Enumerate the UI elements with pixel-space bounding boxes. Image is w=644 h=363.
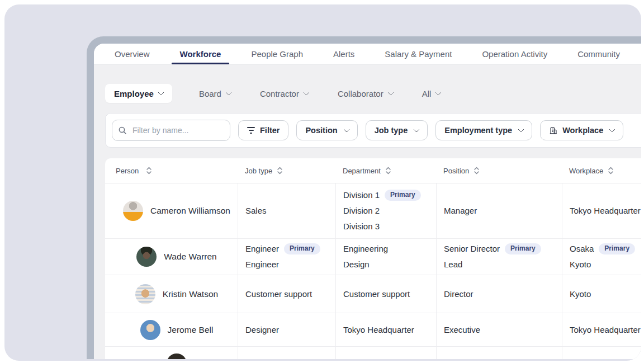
name-search-box[interactable] [112,120,230,141]
avatar [167,353,187,359]
type-tab-label: Contractor [260,89,299,98]
job-type-cell: EngineerPrimary Engineer [238,239,335,275]
type-tab-contractor[interactable]: Contractor [258,84,311,103]
person-cell: Wade Warren [105,239,238,275]
type-tab-all[interactable]: All [420,84,443,103]
search-icon [118,126,127,135]
tab-alerts[interactable]: Alerts [319,44,368,64]
person-name: Cameron Williamson [150,203,230,219]
filter-button[interactable]: Filter [238,120,288,140]
cell-value: Sales [245,203,267,219]
cell-value: Engineer [245,257,279,272]
avatar [135,284,155,304]
table-row[interactable] [105,347,641,359]
workplace-cell: OsakaPrimary Kyoto [562,239,641,275]
cell-value: Tokyo Headquarter [570,322,641,338]
column-header-workplace[interactable]: Workplace [562,167,641,175]
table-row[interactable]: Wade Warren EngineerPrimary Engineer Eng… [105,239,641,275]
tab-label: Operation Activity [482,49,547,59]
chevron-down-icon [387,89,394,95]
building-icon [549,126,557,135]
tab-workforce[interactable]: Workforce [166,44,235,64]
tab-label: Community [577,49,620,59]
type-tab-collaborator[interactable]: Collaborator [335,84,395,103]
person-name: Kristin Watson [163,286,218,302]
type-tab-label: Employee [114,89,154,98]
tab-overview[interactable]: Overview [101,44,164,64]
chevron-down-icon [518,126,524,132]
app-window-content: Overview Workforce People Graph Alerts S… [94,44,641,359]
position-cell: Director [436,275,562,313]
tab-community[interactable]: Community [564,44,634,64]
tab-label: Salary & Payment [385,49,452,59]
workplace-dropdown[interactable]: Workplace [540,120,623,140]
chevron-down-icon [303,89,309,95]
job-type-cell: Customer support [238,275,335,313]
position-dropdown[interactable]: Position [296,120,357,140]
column-header-label: Workplace [569,167,603,175]
cell-value: Director [444,286,473,302]
tab-operation-activity[interactable]: Operation Activity [468,44,561,64]
column-header-position[interactable]: Position [436,167,562,175]
column-header-job-type[interactable]: Job type [238,167,335,175]
department-cell [335,347,436,359]
type-tab-label: All [422,89,432,98]
tab-people-graph[interactable]: People Graph [237,44,317,64]
column-header-department[interactable]: Department [335,167,436,175]
sort-icon [473,167,480,175]
department-cell: Division 1Primary Division 2 Division 3 [335,183,436,238]
cell-value: Designer [245,322,279,338]
position-cell: Executive [436,313,562,346]
cell-value: Osaka [570,241,594,257]
tab-label: People Graph [251,49,303,59]
workplace-cell [562,347,641,359]
job-type-cell: Sales [238,183,335,238]
table-header-row: Person Job type Department Position [105,158,641,183]
person-cell: Jerome Bell [105,313,238,346]
page-background: Overview Workforce People Graph Alerts S… [4,4,641,361]
table-row[interactable]: Cameron Williamson Sales Division 1Prima… [105,183,641,239]
person-cell: Kristin Watson [105,275,238,313]
column-header-label: Person [116,167,139,175]
tab-salary-payment[interactable]: Salary & Payment [371,44,466,64]
cell-value: Division 2 [343,203,380,219]
type-tab-label: Board [199,89,221,98]
workforce-page: Employee Board Contractor Collaborator A… [94,65,641,359]
department-cell: Engineering Design [335,239,436,275]
avatar [123,201,143,221]
cell-value: Division 3 [343,219,380,234]
avatar [136,247,157,267]
sort-icon [385,167,391,175]
primary-badge: Primary [599,243,635,254]
type-tab-board[interactable]: Board [197,84,233,103]
person-cell: Cameron Williamson [105,183,238,238]
job-type-cell [238,347,335,359]
employment-type-dropdown[interactable]: Employment type [435,120,532,140]
employment-type-dropdown-label: Employment type [444,126,512,135]
position-cell: Manager [436,183,562,238]
search-input[interactable] [131,125,224,135]
position-cell [436,347,562,359]
job-type-dropdown[interactable]: Job type [366,120,428,140]
type-tab-employee[interactable]: Employee [105,84,172,103]
table-row[interactable]: Kristin Watson Customer support Customer… [105,275,641,313]
tab-label: Workforce [180,49,221,59]
position-dropdown-label: Position [305,126,337,135]
filter-lines-icon [247,127,255,133]
table-row[interactable]: Jerome Bell Designer Tokyo Headquarter E… [105,313,641,347]
cell-value: Engineering [343,241,388,257]
workplace-cell: Tokyo Headquarter [562,183,641,238]
cell-value: Division 1 [343,187,380,203]
cell-value: Customer support [343,286,410,302]
cell-value: Senior Director [444,241,500,257]
column-header-person[interactable]: Person [105,167,238,175]
column-header-label: Position [443,167,469,175]
main-tab-bar: Overview Workforce People Graph Alerts S… [94,44,641,65]
workplace-dropdown-label: Workplace [562,126,603,135]
type-tab-label: Collaborator [338,89,383,98]
primary-badge: Primary [385,190,421,201]
primary-badge: Primary [505,243,541,254]
department-cell: Tokyo Headquarter [335,313,436,346]
workforce-table: Person Job type Department Position [105,158,641,359]
column-header-label: Job type [245,167,272,175]
